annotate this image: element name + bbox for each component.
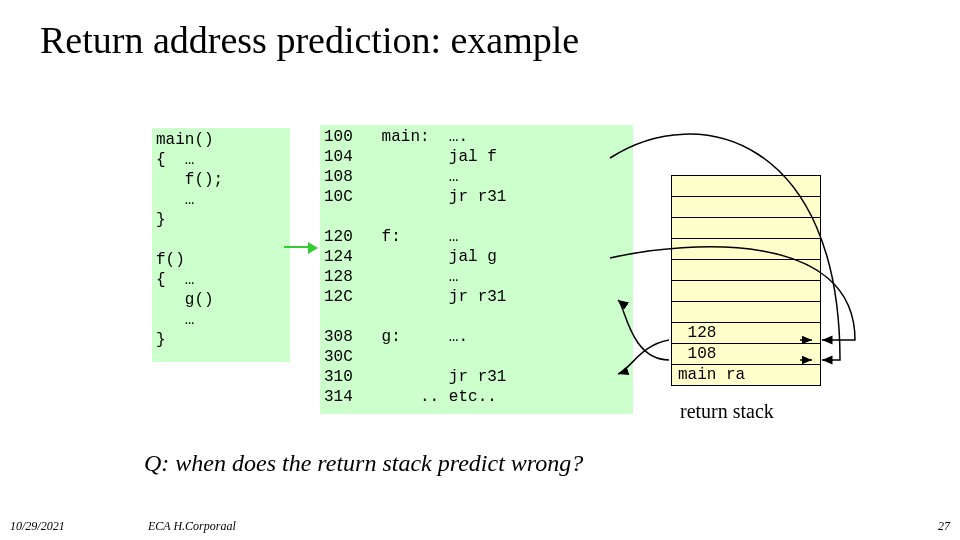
source-code-box: main() { … f(); … } f() { … g() … } xyxy=(152,128,290,362)
stack-row xyxy=(671,302,821,323)
stack-row xyxy=(671,281,821,302)
page-title: Return address prediction: example xyxy=(40,18,579,62)
stack-row xyxy=(671,218,821,239)
stack-caption: return stack xyxy=(680,400,774,423)
stack-row xyxy=(671,175,821,197)
stack-row-128: 128 xyxy=(671,323,821,344)
return-stack-table: 128 108 main ra xyxy=(671,175,821,386)
footer-source: ECA H.Corporaal xyxy=(148,519,236,534)
question-text: Q: when does the return stack predict wr… xyxy=(144,450,583,477)
arrow-icon xyxy=(284,246,308,248)
stack-row-main-ra: main ra xyxy=(671,365,821,386)
stack-row xyxy=(671,239,821,260)
stack-row xyxy=(671,197,821,218)
assembly-code-box: 100 main: …. 104 jal f 108 … 10C jr r31 … xyxy=(320,125,633,414)
footer-page: 27 xyxy=(938,519,950,534)
stack-row xyxy=(671,260,821,281)
stack-row-108: 108 xyxy=(671,344,821,365)
footer-date: 10/29/2021 xyxy=(10,519,65,534)
